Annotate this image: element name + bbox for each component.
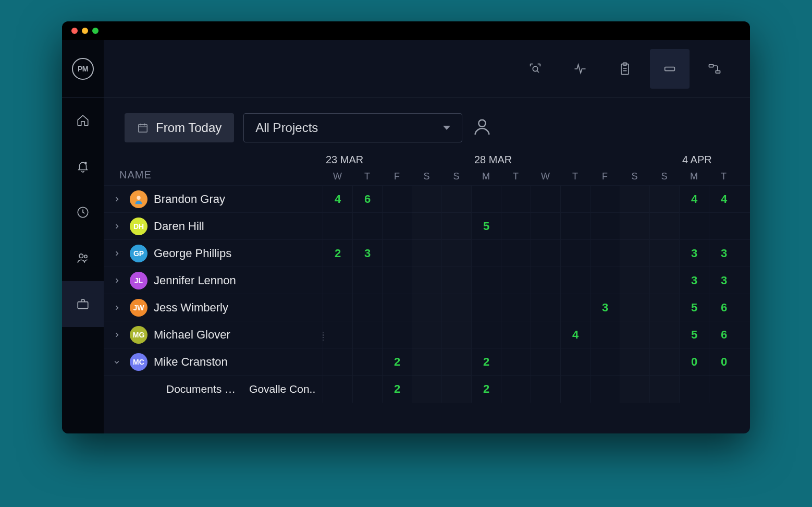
avatar[interactable] xyxy=(130,190,147,208)
workload-cell[interactable] xyxy=(352,321,382,348)
expand-toggle[interactable] xyxy=(110,328,124,342)
workload-cell[interactable]: 2 xyxy=(471,376,501,403)
workload-cell[interactable] xyxy=(382,321,412,348)
workload-cell[interactable] xyxy=(501,321,531,348)
workload-cell[interactable] xyxy=(412,321,441,348)
resource-name[interactable]: Jess Wimberly xyxy=(154,301,228,315)
workload-cell[interactable]: 3 xyxy=(679,267,709,294)
workload-cell[interactable] xyxy=(590,348,620,376)
workload-cell[interactable] xyxy=(352,376,382,403)
workload-cell[interactable] xyxy=(412,213,441,240)
workload-cell[interactable]: 6 xyxy=(709,294,739,321)
workload-cell[interactable] xyxy=(323,294,352,321)
workload-cell[interactable] xyxy=(382,294,412,321)
workload-cell[interactable] xyxy=(441,376,471,403)
sidebar-item-work[interactable] xyxy=(62,281,104,327)
workload-cell[interactable]: 2 xyxy=(382,376,412,403)
minimize-window-button[interactable] xyxy=(82,28,88,34)
toolbar-zoom-button[interactable] xyxy=(515,49,555,89)
workload-cell[interactable] xyxy=(501,348,531,376)
workload-cell[interactable]: 2 xyxy=(471,348,501,376)
workload-cell[interactable] xyxy=(531,213,560,240)
workload-cell[interactable] xyxy=(649,267,679,294)
workload-cell[interactable] xyxy=(620,321,649,348)
workload-cell[interactable] xyxy=(620,213,649,240)
workload-cell[interactable] xyxy=(382,186,412,213)
workload-cell[interactable] xyxy=(412,376,441,403)
workload-cell[interactable] xyxy=(441,294,471,321)
maximize-window-button[interactable] xyxy=(92,28,99,34)
workload-cell[interactable]: 6 xyxy=(709,321,739,348)
workload-cell[interactable] xyxy=(709,376,739,403)
workload-cell[interactable] xyxy=(531,267,560,294)
subrow-task[interactable]: Documents … xyxy=(166,383,236,395)
workload-cell[interactable] xyxy=(590,321,620,348)
avatar[interactable]: JW xyxy=(130,299,147,317)
expand-toggle[interactable] xyxy=(110,220,124,233)
workload-cell[interactable] xyxy=(352,213,382,240)
avatar[interactable]: MC xyxy=(130,353,147,371)
sidebar-item-people[interactable] xyxy=(62,235,104,281)
workload-cell[interactable] xyxy=(531,321,560,348)
workload-cell[interactable]: 0 xyxy=(679,348,709,376)
workload-cell[interactable]: 4 xyxy=(323,186,352,213)
workload-cell[interactable] xyxy=(560,213,590,240)
close-window-button[interactable] xyxy=(71,28,78,34)
toolbar-activity-button[interactable] xyxy=(560,49,600,89)
workload-cell[interactable] xyxy=(649,376,679,403)
workload-cell[interactable] xyxy=(620,267,649,294)
workload-cell[interactable] xyxy=(649,321,679,348)
workload-cell[interactable] xyxy=(560,348,590,376)
avatar[interactable]: GP xyxy=(130,245,147,262)
workload-cell[interactable] xyxy=(649,186,679,213)
workload-cell[interactable] xyxy=(590,267,620,294)
workload-cell[interactable] xyxy=(441,348,471,376)
workload-cell[interactable] xyxy=(501,240,531,267)
workload-cell[interactable] xyxy=(323,213,352,240)
avatar[interactable]: MG xyxy=(130,326,147,344)
avatar[interactable]: DH xyxy=(130,218,147,235)
workload-cell[interactable] xyxy=(679,213,709,240)
workload-cell[interactable] xyxy=(412,267,441,294)
workload-cell[interactable] xyxy=(531,240,560,267)
workload-cell[interactable] xyxy=(471,186,501,213)
workload-cell[interactable] xyxy=(531,294,560,321)
workload-cell[interactable] xyxy=(441,240,471,267)
workload-cell[interactable]: 3 xyxy=(709,240,739,267)
workload-cell[interactable] xyxy=(590,240,620,267)
workload-cell[interactable] xyxy=(620,186,649,213)
workload-cell[interactable]: 4 xyxy=(709,186,739,213)
workload-cell[interactable] xyxy=(649,240,679,267)
workload-cell[interactable] xyxy=(352,294,382,321)
workload-cell[interactable]: 5 xyxy=(471,213,501,240)
workload-cell[interactable] xyxy=(382,267,412,294)
workload-cell[interactable] xyxy=(531,376,560,403)
expand-toggle[interactable] xyxy=(110,247,124,260)
workload-cell[interactable] xyxy=(649,294,679,321)
workload-cell[interactable] xyxy=(560,267,590,294)
column-resize-handle[interactable]: ⋮⋮ xyxy=(319,321,326,352)
workload-cell[interactable] xyxy=(620,240,649,267)
workload-cell[interactable] xyxy=(501,376,531,403)
workload-cell[interactable] xyxy=(649,348,679,376)
workload-cell[interactable]: 3 xyxy=(352,240,382,267)
resource-name[interactable]: Jennifer Lennon xyxy=(154,274,236,287)
workload-cell[interactable]: 0 xyxy=(709,348,739,376)
resource-name[interactable]: Michael Glover xyxy=(154,328,230,342)
workload-cell[interactable] xyxy=(323,348,352,376)
workload-cell[interactable] xyxy=(352,348,382,376)
workload-cell[interactable] xyxy=(679,376,709,403)
resource-name[interactable]: Mike Cranston xyxy=(154,355,228,369)
date-range-button[interactable]: From Today xyxy=(125,113,234,142)
subrow-project[interactable]: Govalle Con.. xyxy=(249,383,315,395)
expand-toggle[interactable] xyxy=(110,192,124,206)
resource-name[interactable]: Brandon Gray xyxy=(154,192,225,206)
workload-cell[interactable] xyxy=(412,240,441,267)
workload-cell[interactable] xyxy=(501,186,531,213)
workload-cell[interactable] xyxy=(471,294,501,321)
workload-cell[interactable]: 4 xyxy=(560,321,590,348)
workload-cell[interactable] xyxy=(620,348,649,376)
workload-cell[interactable] xyxy=(590,186,620,213)
workload-cell[interactable] xyxy=(382,240,412,267)
workload-cell[interactable] xyxy=(501,213,531,240)
